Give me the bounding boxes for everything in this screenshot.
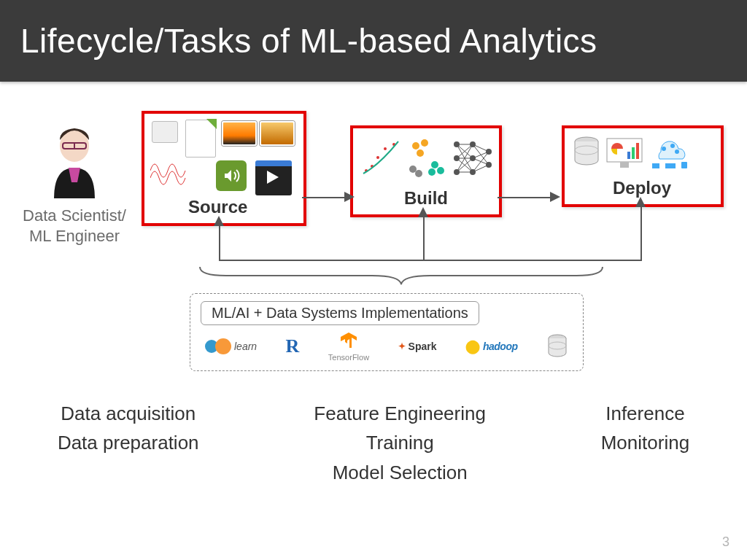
arrow-source-to-build: [302, 197, 346, 198]
arrowhead-icon: [550, 192, 560, 202]
svg-point-34: [470, 141, 476, 147]
tasks-source-col: Data acquisition Data preparation: [58, 399, 199, 487]
svg-point-35: [470, 155, 476, 161]
arrowhead-up-icon: [418, 207, 428, 217]
data-scientist-avatar-icon: [44, 125, 105, 198]
arrow-build-to-deploy: [498, 197, 551, 198]
tensorflow-logo-icon: TensorFlow: [328, 331, 369, 362]
stage-deploy-label: Deploy: [613, 178, 671, 198]
stage-build: Build: [350, 125, 502, 217]
svg-rect-51: [681, 162, 687, 168]
db-logo-icon: [546, 334, 568, 359]
svg-point-33: [454, 169, 460, 175]
task-item: Data acquisition: [58, 399, 199, 428]
feedback-up-deploy: [640, 206, 642, 260]
diagram-canvas: Data Scientist/ ML Engineer Source: [0, 82, 747, 560]
svg-rect-44: [632, 147, 635, 159]
task-item: Training: [314, 428, 486, 457]
svg-point-5: [376, 156, 379, 159]
tasks-deploy-col: Inference Monitoring: [601, 399, 689, 487]
waveform-icon: [150, 156, 188, 185]
svg-point-13: [428, 168, 436, 176]
feedback-up-build: [423, 216, 425, 260]
svg-point-47: [670, 144, 675, 148]
sklearn-logo-icon: learn: [205, 338, 257, 354]
svg-point-36: [470, 169, 476, 175]
implementations-box: ML/AI + Data Systems Implementations lea…: [190, 293, 584, 371]
svg-point-14: [409, 166, 417, 173]
slide-title: Lifecycle/Tasks of ML-based Analytics: [20, 21, 597, 61]
feedback-up-source: [219, 225, 220, 260]
svg-rect-49: [652, 163, 659, 168]
stage-source-label: Source: [188, 197, 247, 217]
video-icon: [255, 160, 292, 195]
arrowhead-up-icon: [214, 216, 224, 226]
svg-point-37: [486, 149, 492, 155]
title-bar: Lifecycle/Tasks of ML-based Analytics: [0, 0, 747, 82]
stage-deploy: Deploy: [562, 125, 724, 207]
svg-point-9: [421, 139, 428, 147]
svg-rect-45: [636, 143, 639, 159]
tasks-build-col: Feature Engineering Training Model Selec…: [314, 399, 486, 487]
curve-fit-icon: [359, 136, 403, 179]
svg-point-15: [415, 170, 422, 177]
svg-rect-43: [627, 152, 630, 159]
stage-build-label: Build: [404, 188, 448, 209]
audio-icon: [216, 160, 247, 191]
arrowhead-icon: [344, 192, 355, 202]
implementations-caption: ML/AI + Data Systems Implementations: [201, 301, 479, 325]
svg-point-10: [417, 149, 424, 157]
svg-point-31: [454, 141, 460, 147]
svg-point-12: [437, 167, 444, 174]
spark-logo-icon: ✦Spark: [398, 341, 437, 352]
svg-point-32: [454, 155, 460, 161]
stage-source: Source: [142, 111, 306, 226]
page-number: 3: [722, 534, 729, 550]
svg-point-8: [412, 142, 419, 149]
database-icon: [572, 136, 601, 168]
svg-rect-42: [620, 162, 629, 168]
feedback-rail: [219, 260, 642, 261]
svg-point-6: [384, 147, 387, 150]
svg-rect-50: [665, 163, 676, 168]
svg-point-46: [662, 147, 666, 151]
schema-icon: [152, 121, 178, 143]
brace-icon: [197, 264, 605, 286]
cloud-devices-icon: [648, 134, 692, 171]
photo2-icon: [260, 121, 295, 146]
task-item: Data preparation: [58, 428, 199, 457]
photo-icon: [222, 121, 257, 146]
clustering-icon: [406, 136, 446, 179]
hadoop-logo-icon: ⬤hadoop: [465, 338, 518, 354]
dashboard-icon: [605, 137, 643, 169]
task-item: Model Selection: [314, 458, 486, 487]
role-label: Data Scientist/ ML Engineer: [16, 206, 133, 246]
svg-point-38: [486, 162, 492, 168]
task-item: Feature Engineering: [314, 399, 486, 428]
document-icon: [185, 120, 216, 158]
svg-point-48: [675, 149, 679, 154]
arrowhead-up-icon: [635, 197, 646, 207]
r-logo-icon: R: [286, 335, 300, 357]
task-columns: Data acquisition Data preparation Featur…: [0, 399, 747, 487]
svg-point-11: [431, 161, 438, 168]
neural-network-icon: [451, 137, 493, 179]
task-item: Monitoring: [601, 428, 689, 457]
task-item: Inference: [601, 399, 689, 428]
